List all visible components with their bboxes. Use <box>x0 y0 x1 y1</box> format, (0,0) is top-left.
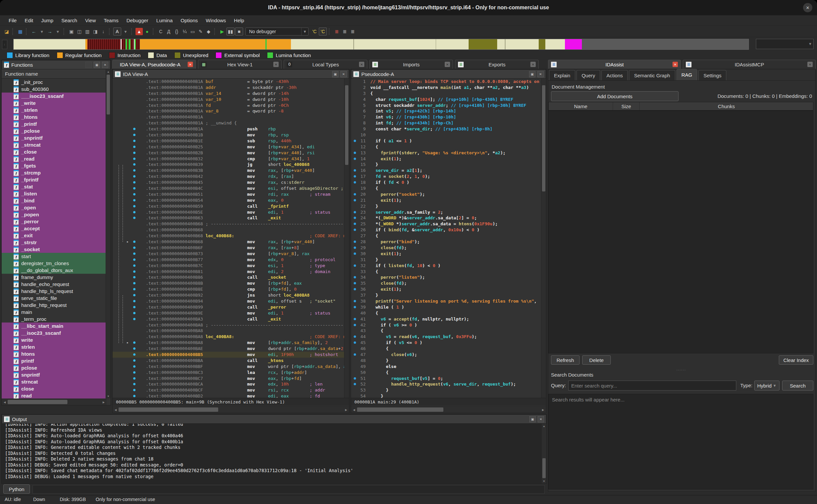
instruction-dot-icon[interactable] <box>133 258 135 261</box>
function-row[interactable]: f_pclose <box>2 127 106 134</box>
function-row[interactable]: f_open <box>2 204 106 211</box>
scroll-right-icon[interactable]: ▶ <box>541 407 545 412</box>
save-icon[interactable]: ▦ <box>17 28 24 35</box>
jump-address-icon[interactable]: ◨ <box>92 28 99 35</box>
edit-pencil-icon[interactable]: ✎ <box>197 28 204 35</box>
restore-icon[interactable]: ▣ <box>94 62 100 68</box>
scroll-left-icon[interactable]: ◀ <box>352 407 356 412</box>
debug-pause-icon[interactable]: ▮▮ <box>227 28 235 36</box>
instruction-dot-icon[interactable] <box>133 347 135 350</box>
instruction-dot-icon[interactable] <box>133 211 135 213</box>
instruction-dot-icon[interactable] <box>133 163 135 166</box>
braces-icon[interactable]: {} <box>173 28 180 35</box>
function-row[interactable]: fserve_static_file <box>2 295 106 302</box>
tab-ida-view-a-pseudocode-a[interactable]: IDA View-A, Pseudocode-A✕ <box>112 60 196 69</box>
function-row[interactable]: f__do_global_dtors_aux <box>2 267 106 274</box>
menu-search[interactable]: Search <box>57 18 81 23</box>
function-row[interactable]: fhandle_http_ls_request <box>2 288 106 295</box>
function-row[interactable]: fstrlen <box>2 343 106 350</box>
refresh-button[interactable]: Refresh <box>551 355 579 365</box>
function-row[interactable]: f_term_proc <box>2 316 106 323</box>
disassembly-view[interactable]: .text:0000000000400B1A buf = byte ptr -4… <box>112 79 344 398</box>
nav-forward-dropdown-icon[interactable]: ▾ <box>54 28 61 35</box>
list-gray1-icon[interactable]: ≣ <box>341 28 348 35</box>
instruction-dot-icon[interactable] <box>133 205 135 207</box>
function-row[interactable]: f_init_proc <box>2 79 106 86</box>
scroll-down-icon[interactable]: ▼ <box>542 479 546 483</box>
enum-icon[interactable]: ¼ <box>181 28 188 35</box>
function-row[interactable]: fstart <box>2 253 106 260</box>
tab-rag[interactable]: RAG <box>677 69 698 80</box>
instruction-dot-icon[interactable] <box>133 359 135 362</box>
instruction-dot-icon[interactable] <box>133 175 135 178</box>
navigator-drag-handle[interactable]: ⁞ <box>2 40 7 49</box>
struct-c-icon[interactable]: C <box>157 28 164 35</box>
tab-idassist[interactable]: ≣IDAssist✕ <box>548 60 681 69</box>
function-row[interactable]: fsub_400360 <box>2 86 106 93</box>
list-red-icon[interactable]: ≣ <box>333 28 340 35</box>
function-row[interactable]: f___isoc23_sscanf <box>2 93 106 100</box>
scroll-right-icon[interactable]: ▶ <box>101 400 106 404</box>
instruction-dot-icon[interactable] <box>133 169 135 172</box>
function-row[interactable]: f__libc_start_main <box>2 323 106 329</box>
debug-run-icon[interactable]: ▶ <box>219 28 226 35</box>
instruction-dot-icon[interactable] <box>133 247 135 249</box>
pseudocode-header[interactable]: ≣ Pseudocode-A ▣ ✕ <box>351 69 546 79</box>
instruction-dot-icon[interactable] <box>133 282 135 284</box>
instruction-dot-icon[interactable] <box>133 389 135 391</box>
function-row[interactable]: fprintf <box>2 357 106 364</box>
close-icon[interactable]: ✕ <box>538 416 544 422</box>
run-marker-icon[interactable]: ● <box>143 28 151 35</box>
instruction-dot-icon[interactable] <box>133 152 135 154</box>
function-row[interactable]: f_bind <box>2 197 106 204</box>
instruction-dot-icon[interactable] <box>133 264 135 267</box>
instruction-dot-icon[interactable] <box>133 140 135 142</box>
close-icon[interactable]: ✕ <box>340 71 347 77</box>
jump-name-icon[interactable]: ▣ <box>68 28 75 35</box>
function-row[interactable]: f_strcmp <box>2 169 106 176</box>
function-row[interactable]: fsnprintf <box>2 371 106 378</box>
minimize-icon[interactable] <box>85 62 92 68</box>
tab-local-types[interactable]: 0Local Types✕ <box>284 60 367 69</box>
breakpoint-marker-icon[interactable]: ▲ <box>135 28 143 35</box>
compile-c-alt-icon[interactable]: 'C <box>319 28 327 36</box>
pseudo-vertical-scrollbar[interactable] <box>541 79 546 398</box>
open-file-icon[interactable]: ◪ <box>3 28 10 35</box>
close-icon[interactable]: ✕ <box>673 62 678 67</box>
function-row[interactable]: f_strstr <box>2 239 106 246</box>
instruction-dot-icon[interactable] <box>133 146 135 148</box>
function-row[interactable]: f_perror <box>2 218 106 225</box>
menu-view[interactable]: View <box>81 18 100 23</box>
scroll-left-icon[interactable]: ◀ <box>2 400 7 404</box>
function-row[interactable]: fderegister_tm_clones <box>2 260 106 267</box>
instruction-dot-icon[interactable] <box>133 395 135 397</box>
delete-button[interactable]: Delete <box>582 355 611 365</box>
compile-c-icon[interactable]: 'C <box>311 28 318 35</box>
pseudo-horizontal-scrollbar[interactable]: ◀ ▶ <box>351 406 546 413</box>
scroll-thumb[interactable] <box>8 400 67 404</box>
tab-actions[interactable]: Actions <box>601 70 628 80</box>
instruction-dot-icon[interactable] <box>133 276 135 278</box>
navigator-band[interactable] <box>13 39 749 50</box>
instruction-dot-icon[interactable] <box>133 318 135 320</box>
type-select[interactable]: Hybrid ▼ <box>754 381 780 391</box>
tab-semantic-graph[interactable]: Semantic Graph <box>629 70 675 80</box>
list-gray2-icon[interactable]: ≣ <box>349 28 356 35</box>
instruction-dot-icon[interactable] <box>133 294 135 296</box>
menu-file[interactable]: File <box>5 18 21 23</box>
close-icon[interactable]: ✕ <box>807 62 813 67</box>
add-documents-button[interactable]: Add Documents <box>551 91 679 101</box>
restore-icon[interactable]: ▣ <box>332 71 338 77</box>
function-row[interactable]: f_printf <box>2 120 106 127</box>
function-row[interactable]: fmain <box>2 309 106 316</box>
close-icon[interactable]: ✕ <box>803 3 812 12</box>
function-row[interactable]: f_fgets <box>2 162 106 169</box>
function-row[interactable]: f_stat <box>2 183 106 190</box>
clear-index-button[interactable]: Clear Index <box>779 355 813 365</box>
text-search-dropdown-icon[interactable]: ▾ <box>122 28 129 35</box>
scroll-thumb[interactable] <box>345 85 348 165</box>
instruction-dot-icon[interactable] <box>133 252 135 255</box>
instruction-dot-icon[interactable] <box>133 365 135 368</box>
instruction-dot-icon[interactable] <box>133 288 135 290</box>
menu-jump[interactable]: Jump <box>37 18 57 23</box>
